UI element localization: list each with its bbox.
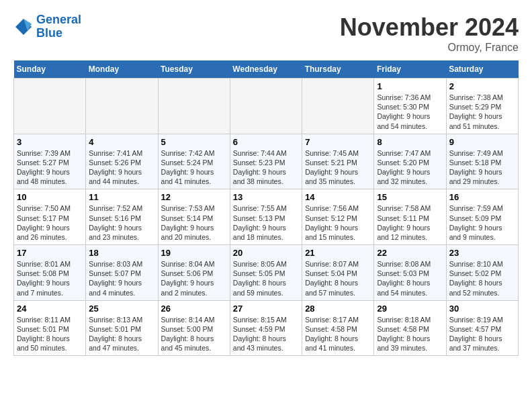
calendar-week-row: 10Sunrise: 7:50 AM Sunset: 5:17 PM Dayli… — [14, 189, 519, 245]
day-number: 10 — [17, 192, 83, 202]
month-title: November 2024 — [340, 13, 519, 42]
title-block: November 2024 Ormoy, France — [340, 13, 519, 54]
day-info: Sunrise: 8:13 AM Sunset: 5:01 PM Dayligh… — [89, 315, 154, 353]
day-number: 25 — [89, 304, 154, 314]
day-number: 20 — [233, 248, 299, 258]
day-number: 22 — [377, 248, 443, 258]
day-info: Sunrise: 8:08 AM Sunset: 5:03 PM Dayligh… — [377, 259, 443, 298]
calendar-cell: 27Sunrise: 8:15 AM Sunset: 4:59 PM Dayli… — [230, 300, 302, 356]
day-number: 24 — [17, 304, 83, 314]
day-number: 19 — [161, 248, 227, 258]
day-number: 12 — [161, 192, 227, 202]
calendar-cell: 13Sunrise: 7:55 AM Sunset: 5:13 PM Dayli… — [230, 189, 302, 245]
weekday-header: Monday — [86, 60, 158, 79]
day-info: Sunrise: 8:07 AM Sunset: 5:04 PM Dayligh… — [305, 259, 371, 298]
calendar-cell — [158, 79, 230, 134]
day-info: Sunrise: 7:47 AM Sunset: 5:20 PM Dayligh… — [377, 148, 443, 187]
calendar-week-row: 1Sunrise: 7:36 AM Sunset: 5:30 PM Daylig… — [14, 79, 519, 134]
calendar-cell — [14, 79, 86, 134]
calendar-cell: 12Sunrise: 7:53 AM Sunset: 5:14 PM Dayli… — [158, 189, 230, 245]
calendar-cell: 19Sunrise: 8:04 AM Sunset: 5:06 PM Dayli… — [158, 245, 230, 301]
logo-text: General Blue — [36, 13, 81, 40]
day-info: Sunrise: 7:49 AM Sunset: 5:18 PM Dayligh… — [449, 148, 515, 187]
weekday-header: Saturday — [446, 60, 518, 79]
calendar-cell: 22Sunrise: 8:08 AM Sunset: 5:03 PM Dayli… — [374, 245, 446, 301]
calendar-cell: 21Sunrise: 8:07 AM Sunset: 5:04 PM Dayli… — [302, 245, 374, 301]
calendar-cell: 5Sunrise: 7:42 AM Sunset: 5:24 PM Daylig… — [158, 134, 230, 189]
logo-icon — [13, 17, 34, 37]
day-number: 6 — [233, 137, 299, 147]
calendar-cell: 28Sunrise: 8:17 AM Sunset: 4:58 PM Dayli… — [302, 300, 374, 356]
day-info: Sunrise: 7:59 AM Sunset: 5:09 PM Dayligh… — [449, 203, 515, 242]
calendar-cell: 25Sunrise: 8:13 AM Sunset: 5:01 PM Dayli… — [86, 300, 158, 356]
weekday-header: Wednesday — [230, 60, 302, 79]
day-info: Sunrise: 7:41 AM Sunset: 5:26 PM Dayligh… — [89, 148, 154, 187]
day-info: Sunrise: 7:39 AM Sunset: 5:27 PM Dayligh… — [17, 148, 83, 187]
day-number: 7 — [305, 137, 371, 147]
calendar-cell: 2Sunrise: 7:38 AM Sunset: 5:29 PM Daylig… — [446, 79, 518, 134]
calendar-cell: 20Sunrise: 8:05 AM Sunset: 5:05 PM Dayli… — [230, 245, 302, 301]
weekday-header: Tuesday — [158, 60, 230, 79]
logo-general: General — [36, 13, 81, 26]
calendar-cell: 16Sunrise: 7:59 AM Sunset: 5:09 PM Dayli… — [446, 189, 518, 245]
day-info: Sunrise: 8:05 AM Sunset: 5:05 PM Dayligh… — [233, 259, 299, 298]
day-info: Sunrise: 7:38 AM Sunset: 5:29 PM Dayligh… — [449, 93, 515, 131]
day-info: Sunrise: 7:52 AM Sunset: 5:16 PM Dayligh… — [89, 203, 154, 242]
calendar-cell: 7Sunrise: 7:45 AM Sunset: 5:21 PM Daylig… — [302, 134, 374, 189]
day-info: Sunrise: 7:55 AM Sunset: 5:13 PM Dayligh… — [233, 203, 299, 242]
day-number: 26 — [161, 304, 227, 314]
calendar-cell: 9Sunrise: 7:49 AM Sunset: 5:18 PM Daylig… — [446, 134, 518, 189]
day-number: 3 — [17, 137, 83, 147]
day-info: Sunrise: 7:42 AM Sunset: 5:24 PM Dayligh… — [161, 148, 227, 187]
logo: General Blue — [13, 13, 81, 40]
day-info: Sunrise: 7:45 AM Sunset: 5:21 PM Dayligh… — [305, 148, 371, 187]
day-info: Sunrise: 8:19 AM Sunset: 4:57 PM Dayligh… — [449, 315, 515, 353]
day-number: 17 — [17, 248, 83, 258]
day-info: Sunrise: 8:10 AM Sunset: 5:02 PM Dayligh… — [449, 259, 515, 298]
day-number: 1 — [377, 81, 443, 91]
day-number: 30 — [449, 304, 515, 314]
day-info: Sunrise: 8:03 AM Sunset: 5:07 PM Dayligh… — [89, 259, 154, 298]
day-info: Sunrise: 8:17 AM Sunset: 4:58 PM Dayligh… — [305, 315, 371, 353]
day-number: 18 — [89, 248, 154, 258]
day-info: Sunrise: 7:50 AM Sunset: 5:17 PM Dayligh… — [17, 203, 83, 242]
day-info: Sunrise: 7:56 AM Sunset: 5:12 PM Dayligh… — [305, 203, 371, 242]
day-number: 27 — [233, 304, 299, 314]
calendar-table: SundayMondayTuesdayWednesdayThursdayFrid… — [13, 60, 519, 356]
day-number: 11 — [89, 192, 154, 202]
calendar-cell: 24Sunrise: 8:11 AM Sunset: 5:01 PM Dayli… — [14, 300, 86, 356]
calendar-week-row: 17Sunrise: 8:01 AM Sunset: 5:08 PM Dayli… — [14, 245, 519, 301]
day-info: Sunrise: 8:11 AM Sunset: 5:01 PM Dayligh… — [17, 315, 83, 353]
day-number: 15 — [377, 192, 443, 202]
day-info: Sunrise: 7:36 AM Sunset: 5:30 PM Dayligh… — [377, 93, 443, 131]
day-number: 23 — [449, 248, 515, 258]
day-info: Sunrise: 8:14 AM Sunset: 5:00 PM Dayligh… — [161, 315, 227, 353]
calendar-cell — [86, 79, 158, 134]
day-info: Sunrise: 7:44 AM Sunset: 5:23 PM Dayligh… — [233, 148, 299, 187]
calendar-cell: 29Sunrise: 8:18 AM Sunset: 4:58 PM Dayli… — [374, 300, 446, 356]
calendar-cell: 14Sunrise: 7:56 AM Sunset: 5:12 PM Dayli… — [302, 189, 374, 245]
day-info: Sunrise: 7:53 AM Sunset: 5:14 PM Dayligh… — [161, 203, 227, 242]
day-info: Sunrise: 8:15 AM Sunset: 4:59 PM Dayligh… — [233, 315, 299, 353]
day-number: 21 — [305, 248, 371, 258]
calendar-cell: 1Sunrise: 7:36 AM Sunset: 5:30 PM Daylig… — [374, 79, 446, 134]
location: Ormoy, France — [340, 42, 519, 54]
calendar-cell: 23Sunrise: 8:10 AM Sunset: 5:02 PM Dayli… — [446, 245, 518, 301]
day-number: 4 — [89, 137, 154, 147]
calendar-cell — [230, 79, 302, 134]
day-info: Sunrise: 8:01 AM Sunset: 5:08 PM Dayligh… — [17, 259, 83, 298]
calendar-cell: 18Sunrise: 8:03 AM Sunset: 5:07 PM Dayli… — [86, 245, 158, 301]
calendar-week-row: 24Sunrise: 8:11 AM Sunset: 5:01 PM Dayli… — [14, 300, 519, 356]
calendar-cell: 10Sunrise: 7:50 AM Sunset: 5:17 PM Dayli… — [14, 189, 86, 245]
calendar-cell: 8Sunrise: 7:47 AM Sunset: 5:20 PM Daylig… — [374, 134, 446, 189]
calendar-cell: 4Sunrise: 7:41 AM Sunset: 5:26 PM Daylig… — [86, 134, 158, 189]
weekday-header: Thursday — [302, 60, 374, 79]
calendar-week-row: 3Sunrise: 7:39 AM Sunset: 5:27 PM Daylig… — [14, 134, 519, 189]
calendar-cell: 26Sunrise: 8:14 AM Sunset: 5:00 PM Dayli… — [158, 300, 230, 356]
day-number: 29 — [377, 304, 443, 314]
day-number: 16 — [449, 192, 515, 202]
day-number: 9 — [449, 137, 515, 147]
logo-blue: Blue — [36, 27, 81, 40]
day-number: 5 — [161, 137, 227, 147]
calendar-cell: 30Sunrise: 8:19 AM Sunset: 4:57 PM Dayli… — [446, 300, 518, 356]
